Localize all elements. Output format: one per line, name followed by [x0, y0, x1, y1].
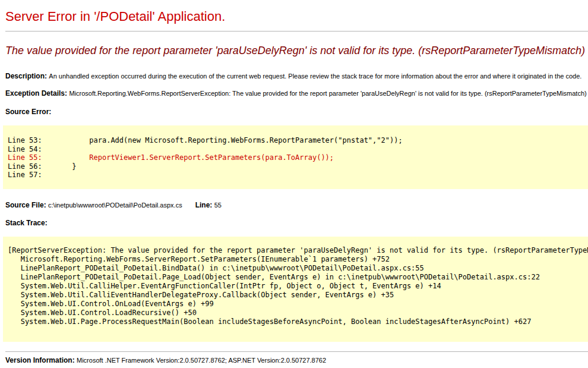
source-file-path: c:\inetpub\wwwroot\PODetail\PoDetail.asp…	[48, 202, 182, 209]
source-file-label: Source File:	[5, 201, 48, 209]
bottom-divider	[5, 351, 588, 352]
source-file-line: Source File: c:\inetpub\wwwroot\PODetail…	[5, 202, 588, 209]
stack-trace-label: Stack Trace:	[5, 219, 588, 227]
version-information-label: Version Information:	[5, 356, 77, 364]
source-error-code: Line 53: para.Add(new Microsoft.Reportin…	[8, 136, 588, 180]
description-label: Description:	[5, 72, 49, 80]
exception-details-line: Exception Details: Microsoft.Reporting.W…	[5, 90, 588, 97]
stack-trace-box: [ReportServerException: The value provid…	[3, 237, 588, 342]
description-line: Description: An unhandled exception occu…	[5, 73, 588, 80]
source-error-box: Line 53: para.Add(new Microsoft.Reportin…	[3, 125, 588, 189]
source-error-label: Source Error:	[5, 108, 588, 116]
error-message: The value provided for the report parame…	[5, 43, 588, 58]
exception-details-label: Exception Details:	[5, 89, 69, 97]
exception-details-text: Microsoft.Reporting.WebForms.ReportServe…	[69, 90, 586, 97]
line-number-value: 55	[214, 202, 222, 209]
version-information-line: Version Information: Microsoft .NET Fram…	[5, 357, 588, 364]
version-information-text: Microsoft .NET Framework Version:2.0.507…	[77, 357, 326, 364]
line-number-label: Line:	[195, 201, 214, 209]
server-error-page: Server Error in '/PODetail' Application.…	[0, 0, 588, 368]
top-divider	[5, 31, 588, 32]
stack-trace-code: [ReportServerException: The value provid…	[8, 246, 588, 326]
page-title: Server Error in '/PODetail' Application.	[5, 8, 588, 25]
description-text: An unhandled exception occurred during t…	[49, 73, 581, 80]
